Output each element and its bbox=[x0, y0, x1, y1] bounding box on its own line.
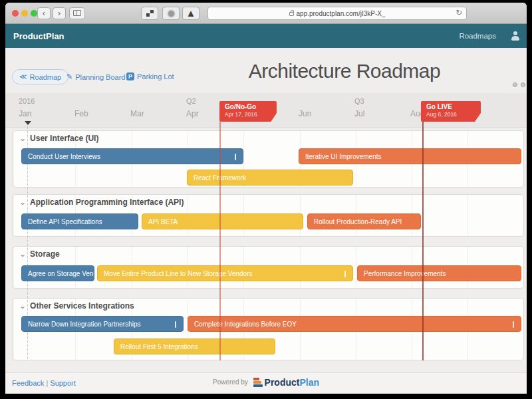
roadmap-bar-performance-improvements[interactable]: Performance Improvements bbox=[357, 265, 521, 281]
roadmap-bar-iterative-ui-improvements[interactable]: Iterative UI Improvements bbox=[299, 148, 521, 164]
lane-header: ⌄ Application Programming Interface (API… bbox=[19, 198, 184, 207]
bar-label: Agree on Storage Vendo bbox=[28, 270, 94, 277]
lane-other-services: ⌄ Other Services Integrations Narrow Dow… bbox=[12, 298, 524, 360]
extension-button-1[interactable] bbox=[141, 7, 158, 20]
lane-storage: ⌄ Storage Agree on Storage Vendo Move En… bbox=[12, 246, 524, 289]
browser-chrome: ‹ › ▲ app.productplan.com/jI3kP-X_ ↻ bbox=[5, 3, 527, 24]
bar-label: Complete Integrations Before EOY bbox=[194, 321, 297, 328]
nav-roadmaps-link[interactable]: Roadmaps bbox=[459, 32, 496, 40]
user-icon[interactable] bbox=[511, 31, 520, 41]
planning-board-icon: ✎ bbox=[66, 72, 72, 81]
chevron-down-icon[interactable]: ⌄ bbox=[19, 249, 26, 259]
extension-button-3[interactable]: ▲ bbox=[182, 7, 200, 20]
url-text: app.productplan.com/jI3kP-X_ bbox=[297, 10, 386, 17]
close-window-button[interactable] bbox=[12, 10, 19, 17]
roadmap-bar-conduct-user-interviews[interactable]: Conduct User Interviews bbox=[21, 148, 243, 164]
roadmap-bar-narrow-down-partnerships[interactable]: Narrow Down Integration Partnerships bbox=[21, 316, 184, 332]
today-marker-icon bbox=[25, 121, 31, 125]
screenshot-stage: ‹ › ▲ app.productplan.com/jI3kP-X_ ↻ Pro… bbox=[0, 0, 532, 399]
parking-lot-icon: P bbox=[126, 72, 134, 80]
timeline-q3: Q3 bbox=[354, 97, 364, 105]
squares-icon bbox=[146, 13, 150, 17]
extension-icon bbox=[168, 11, 174, 17]
roadmap-bar-rollout-first-integrations[interactable]: Rollout First 5 Integrations bbox=[114, 338, 275, 354]
extension-button-2[interactable] bbox=[162, 7, 180, 20]
tab-parking-lot-label: Parking Lot bbox=[137, 72, 174, 80]
lane-title: Application Programming Interface (API) bbox=[30, 198, 184, 207]
milestone-line-go-no-go bbox=[219, 122, 221, 360]
productplan-footer-logo[interactable]: ProductPlan bbox=[253, 377, 319, 388]
roadmap-bar-complete-integrations[interactable]: Complete Integrations Before EOY bbox=[188, 316, 521, 332]
bar-marker-icon bbox=[175, 321, 177, 328]
bar-label: Rollout Production-Ready API bbox=[314, 218, 402, 225]
tab-roadmap[interactable]: ≪ Roadmap bbox=[12, 69, 68, 84]
sidebar-button[interactable] bbox=[69, 7, 85, 19]
timeline-year: 2016 bbox=[19, 97, 35, 105]
warning-triangle-icon: ▲ bbox=[186, 7, 196, 19]
footer-brand: ProductPlan bbox=[265, 377, 319, 388]
bar-label: Define API Specifications bbox=[28, 218, 102, 225]
bar-label: Performance Improvements bbox=[364, 270, 446, 277]
milestone-title: Go LIVE bbox=[426, 103, 475, 110]
month-feb: Feb bbox=[74, 109, 88, 118]
browser-window: ‹ › ▲ app.productplan.com/jI3kP-X_ ↻ Pro… bbox=[5, 3, 527, 394]
productplan-bars-icon bbox=[253, 378, 263, 387]
milestone-date: Apr 17, 2016 bbox=[225, 111, 271, 118]
lane-title: Storage bbox=[30, 249, 60, 259]
header-right: Roadmaps bbox=[459, 31, 520, 41]
options-dot-2[interactable] bbox=[521, 82, 525, 87]
bar-label: Conduct User Interviews bbox=[28, 153, 100, 160]
bar-label: Move Entire Product Line to New Storage … bbox=[104, 270, 252, 277]
roadmap-icon: ≪ bbox=[19, 72, 27, 81]
footer: Feedback | Support Powered by ProductPla… bbox=[5, 372, 527, 394]
lane-header: ⌄ User Interface (UI) bbox=[19, 134, 98, 143]
chevron-down-icon[interactable]: ⌄ bbox=[19, 301, 26, 311]
refresh-icon[interactable]: ↻ bbox=[456, 8, 462, 17]
tab-roadmap-label: Roadmap bbox=[30, 73, 62, 81]
chevron-down-icon[interactable]: ⌄ bbox=[19, 134, 26, 143]
chevron-down-icon[interactable]: ⌄ bbox=[19, 198, 26, 207]
roadmap-bar-move-product-line[interactable]: Move Entire Product Line to New Storage … bbox=[97, 265, 353, 281]
month-jul: Jul bbox=[354, 109, 364, 118]
lane-title: Other Services Integrations bbox=[30, 301, 134, 311]
roadmap-bar-api-beta[interactable]: API BETA bbox=[142, 213, 303, 229]
address-bar[interactable]: app.productplan.com/jI3kP-X_ ↻ bbox=[207, 7, 467, 20]
lock-icon bbox=[289, 12, 294, 16]
lane-user-interface: ⌄ User Interface (UI) Conduct User Inter… bbox=[12, 130, 524, 188]
milestone-flag-go-no-go[interactable]: Go/No-Go Apr 17, 2016 bbox=[219, 101, 277, 122]
milestone-flag-go-live[interactable]: Go LIVE Aug 6, 2016 bbox=[421, 101, 481, 122]
lane-api: ⌄ Application Programming Interface (API… bbox=[12, 194, 524, 237]
zoom-window-button[interactable] bbox=[31, 10, 37, 17]
month-jun: Jun bbox=[299, 109, 311, 118]
app-header: ProductPlan Roadmaps bbox=[5, 24, 527, 48]
forward-button[interactable]: › bbox=[53, 7, 66, 19]
month-mar: Mar bbox=[130, 109, 144, 118]
month-jan: Jan bbox=[19, 109, 31, 118]
powered-by-label: Powered by bbox=[213, 378, 248, 386]
roadmap-bar-rollout-production-ready-api[interactable]: Rollout Production-Ready API bbox=[307, 213, 421, 229]
bar-label: API BETA bbox=[148, 218, 178, 225]
productplan-logo[interactable]: ProductPlan bbox=[13, 31, 65, 41]
bar-label: Rollout First 5 Integrations bbox=[120, 343, 198, 350]
minimize-window-button[interactable] bbox=[21, 10, 28, 17]
lane-header: ⌄ Storage bbox=[19, 249, 60, 259]
roadmap-bar-agree-on-storage-vendor[interactable]: Agree on Storage Vendo bbox=[21, 265, 94, 281]
lane-title: User Interface (UI) bbox=[30, 134, 98, 143]
roadmap-bar-react-framework[interactable]: React Framework bbox=[187, 170, 353, 186]
bar-label: Narrow Down Integration Partnerships bbox=[28, 321, 141, 328]
timeline-q2: Q2 bbox=[186, 97, 196, 105]
sidebar-icon bbox=[73, 10, 81, 16]
tab-planning-board[interactable]: ✎ Planning Board bbox=[66, 72, 125, 81]
back-button[interactable]: ‹ bbox=[37, 7, 51, 19]
roadmap-bar-define-api-specifications[interactable]: Define API Specifications bbox=[21, 213, 138, 229]
bar-marker-icon bbox=[344, 271, 346, 277]
tab-parking-lot[interactable]: P Parking Lot bbox=[126, 72, 174, 80]
page-title: Architecture Roadmap bbox=[231, 60, 458, 82]
bar-marker-icon bbox=[513, 321, 515, 328]
tab-planning-board-label: Planning Board bbox=[75, 73, 125, 81]
milestone-line-go-live bbox=[422, 122, 424, 360]
milestone-title: Go/No-Go bbox=[225, 103, 271, 110]
powered-by: Powered by ProductPlan bbox=[5, 377, 527, 388]
options-dot-1[interactable] bbox=[513, 82, 517, 87]
bar-label: Iterative UI Improvements bbox=[305, 153, 381, 160]
